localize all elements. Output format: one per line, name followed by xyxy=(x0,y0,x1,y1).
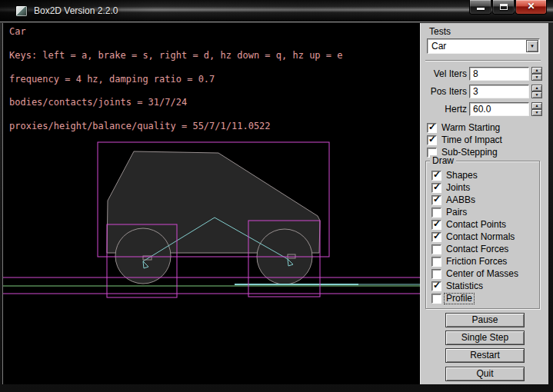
pause-button[interactable]: Pause xyxy=(445,313,525,327)
dropdown-arrow-button[interactable]: ▼ xyxy=(526,40,538,52)
minimize-button[interactable] xyxy=(469,0,491,15)
tests-dropdown-value: Car xyxy=(431,41,446,51)
checkbox-box[interactable] xyxy=(431,208,441,218)
test-name-text: Car xyxy=(9,26,26,37)
spin-up-icon[interactable]: ▲ xyxy=(531,85,542,91)
chevron-down-icon: ▼ xyxy=(530,44,535,48)
checkbox-label: Shapes xyxy=(446,171,478,181)
checkbox-label: Friction Forces xyxy=(446,257,507,267)
check-icon: ✓ xyxy=(433,194,441,204)
spin-up-icon[interactable]: ▲ xyxy=(531,102,542,109)
checkbox-label: Contact Forces xyxy=(446,244,508,254)
checkbox-label: Time of Impact xyxy=(441,135,502,145)
checkbox-box[interactable] xyxy=(431,257,441,267)
hertz-label: Hertz xyxy=(421,104,467,115)
frequency-text: frequency = 4 hz, damping ratio = 0.7 xyxy=(9,74,215,85)
check-icon: ✓ xyxy=(433,181,441,192)
title-bar[interactable]: Box2D Version 2.2.0 ✕ xyxy=(0,0,553,22)
quit-button[interactable]: Quit xyxy=(445,367,525,381)
spin-down-icon[interactable]: ▼ xyxy=(531,91,542,98)
checkbox-box[interactable]: ✓ xyxy=(431,281,441,291)
checkbox-label: Warm Starting xyxy=(441,123,500,133)
control-panel: Tests Car ▼ Vel Iters 8 ▲ ▼ Pos Iters 3 … xyxy=(420,23,548,384)
checkbox-box[interactable]: ✓ xyxy=(431,220,441,230)
checkbox-label: Pairs xyxy=(446,208,467,218)
check-icon: ✓ xyxy=(433,169,441,180)
spin-down-icon[interactable]: ▼ xyxy=(531,109,542,116)
checkbox-box[interactable]: ✓ xyxy=(431,195,441,205)
check-icon: ✓ xyxy=(428,121,436,132)
close-icon: ✕ xyxy=(527,1,535,12)
check-icon: ✓ xyxy=(433,231,441,241)
minimize-icon xyxy=(477,8,485,10)
restart-button[interactable]: Restart xyxy=(445,348,525,363)
single-step-button[interactable]: Single Step xyxy=(445,331,525,345)
checkbox-label: Profile xyxy=(445,294,474,304)
hertz-row: Hertz 60.0 ▲ ▼ xyxy=(421,102,549,116)
spin-up-icon[interactable]: ▲ xyxy=(531,67,542,74)
simulation-canvas[interactable]: Car Keys: left = a, brake = s, right = d… xyxy=(2,23,420,384)
pos-iters-label: Pos Iters xyxy=(421,86,467,97)
pos-iters-input[interactable]: 3 xyxy=(469,85,529,98)
checkbox-label: Contact Normals xyxy=(446,232,515,242)
check-icon: ✓ xyxy=(428,134,436,145)
checkbox-box[interactable]: ✓ xyxy=(427,123,437,133)
close-button[interactable]: ✕ xyxy=(515,0,547,15)
checkbox-box[interactable] xyxy=(431,269,441,279)
window-title: Box2D Version 2.2.0 xyxy=(34,0,118,22)
checkbox-box[interactable] xyxy=(431,294,441,304)
app-icon xyxy=(15,5,28,17)
spin-down-icon[interactable]: ▼ xyxy=(531,74,542,81)
hertz-stepper: ▲ ▼ xyxy=(531,102,542,116)
vel-iters-label: Vel Iters xyxy=(421,68,467,79)
bodies-stats-text: bodies/contacts/joints = 31/7/24 xyxy=(9,97,187,108)
checkbox-label: Statistics xyxy=(446,281,483,291)
vel-iters-stepper: ▲ ▼ xyxy=(531,67,542,81)
draw-group-label: Draw xyxy=(430,155,456,166)
checkbox-box[interactable]: ✓ xyxy=(431,183,441,193)
checkbox-box[interactable]: ✓ xyxy=(431,232,441,242)
checkbox-label: Center of Masses xyxy=(446,269,518,279)
maximize-icon xyxy=(500,4,508,10)
tests-label: Tests xyxy=(429,26,451,37)
checkbox-box[interactable]: ✓ xyxy=(427,135,437,145)
check-icon: ✓ xyxy=(433,218,441,229)
checkbox-box[interactable]: ✓ xyxy=(431,171,441,181)
check-icon: ✓ xyxy=(433,280,441,291)
proxies-stats-text: proxies/height/balance/quality = 55/7/1/… xyxy=(9,121,271,131)
vel-iters-input[interactable]: 8 xyxy=(469,67,529,81)
checkbox-label: AABBs xyxy=(446,195,475,205)
maximize-button[interactable] xyxy=(492,0,515,15)
vel-iters-row: Vel Iters 8 ▲ ▼ xyxy=(421,67,549,81)
hertz-input[interactable]: 60.0 xyxy=(469,102,529,116)
checkbox-label: Contact Points xyxy=(446,220,506,230)
checkbox-label: Joints xyxy=(446,183,470,193)
separator xyxy=(425,60,541,61)
pos-iters-row: Pos Iters 3 ▲ ▼ xyxy=(421,85,549,98)
app-window: Box2D Version 2.2.0 ✕ xyxy=(0,0,553,392)
checkbox-box[interactable] xyxy=(431,244,441,254)
debug-stats-text: Car Keys: left = a, brake = s, right = d… xyxy=(9,26,342,133)
keys-help-text: Keys: left = a, brake = s, right = d, hz… xyxy=(9,50,342,61)
tests-dropdown[interactable]: Car ▼ xyxy=(427,38,540,54)
pos-iters-stepper: ▲ ▼ xyxy=(531,85,542,98)
